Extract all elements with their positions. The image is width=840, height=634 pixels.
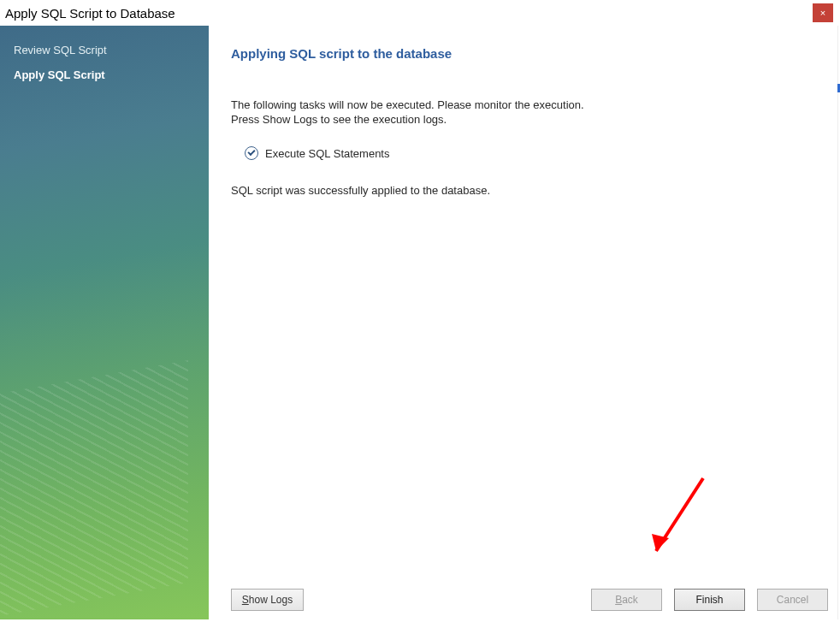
window-title: Apply SQL Script to Database <box>5 6 175 21</box>
sidebar-item-apply-sql-script[interactable]: Apply SQL Script <box>0 62 209 87</box>
check-icon <box>245 146 258 160</box>
main-panel: Applying SQL script to the database The … <box>209 26 840 619</box>
back-accel: B <box>615 594 622 606</box>
annotation-arrow-icon <box>643 474 720 568</box>
back-button: Back <box>591 589 662 611</box>
close-icon: × <box>820 8 825 18</box>
intro-text-line2: Press Show Logs to see the execution log… <box>231 113 818 126</box>
sidebar-item-review-sql-script[interactable]: Review SQL Script <box>0 38 209 62</box>
task-label: Execute SQL Statements <box>265 147 389 160</box>
svg-marker-1 <box>652 534 669 551</box>
finish-button[interactable]: Finish <box>674 589 745 611</box>
svg-line-0 <box>656 478 703 551</box>
show-logs-accel: S <box>242 594 249 606</box>
button-bar: Show Logs Back Finish Cancel <box>209 589 840 611</box>
task-row-execute-sql: Execute SQL Statements <box>245 146 818 160</box>
intro-text-line1: The following tasks will now be executed… <box>231 98 818 111</box>
close-button[interactable]: × <box>813 3 833 22</box>
show-logs-rest: how Logs <box>249 594 293 606</box>
main-body: The following tasks will now be executed… <box>231 98 818 197</box>
show-logs-button[interactable]: Show Logs <box>231 589 304 611</box>
cancel-button: Cancel <box>757 589 828 611</box>
wizard-sidebar: Review SQL Script Apply SQL Script <box>0 26 209 619</box>
content-area: Review SQL Script Apply SQL Script Apply… <box>0 26 840 619</box>
result-text: SQL script was successfully applied to t… <box>231 184 818 197</box>
title-bar: Apply SQL Script to Database × <box>0 0 840 26</box>
back-rest: ack <box>622 594 638 606</box>
page-heading: Applying SQL script to the database <box>231 46 818 61</box>
